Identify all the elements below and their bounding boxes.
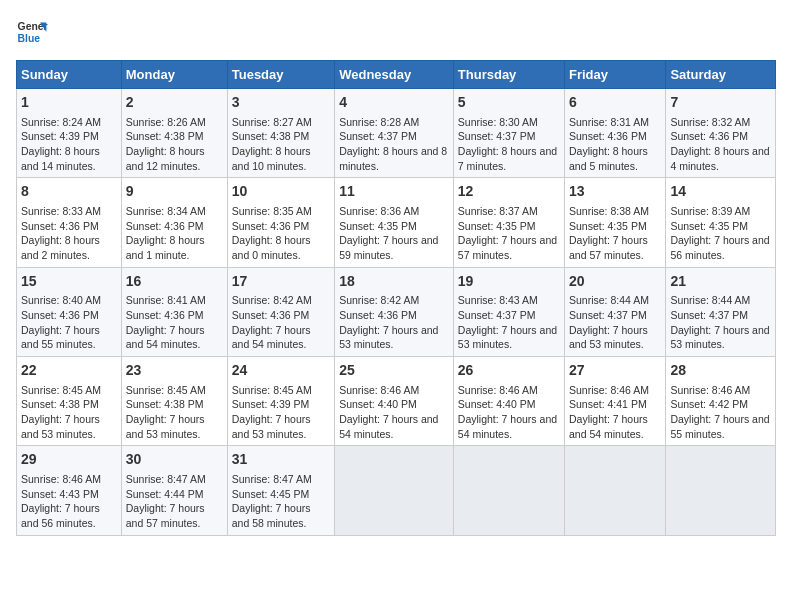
calendar-week-row: 22Sunrise: 8:45 AMSunset: 4:38 PMDayligh… — [17, 357, 776, 446]
calendar-cell: 27Sunrise: 8:46 AMSunset: 4:41 PMDayligh… — [565, 357, 666, 446]
cell-details: Sunrise: 8:40 AMSunset: 4:36 PMDaylight:… — [21, 293, 117, 352]
cell-details: Sunrise: 8:36 AMSunset: 4:35 PMDaylight:… — [339, 204, 449, 263]
calendar-cell — [565, 446, 666, 535]
day-number: 8 — [21, 182, 117, 202]
col-header-thursday: Thursday — [453, 61, 564, 89]
col-header-sunday: Sunday — [17, 61, 122, 89]
cell-details: Sunrise: 8:28 AMSunset: 4:37 PMDaylight:… — [339, 115, 449, 174]
day-number: 29 — [21, 450, 117, 470]
day-number: 30 — [126, 450, 223, 470]
calendar-cell: 25Sunrise: 8:46 AMSunset: 4:40 PMDayligh… — [335, 357, 454, 446]
day-number: 23 — [126, 361, 223, 381]
day-number: 14 — [670, 182, 771, 202]
cell-details: Sunrise: 8:39 AMSunset: 4:35 PMDaylight:… — [670, 204, 771, 263]
col-header-monday: Monday — [121, 61, 227, 89]
cell-details: Sunrise: 8:38 AMSunset: 4:35 PMDaylight:… — [569, 204, 661, 263]
calendar-cell: 31Sunrise: 8:47 AMSunset: 4:45 PMDayligh… — [227, 446, 334, 535]
calendar-cell — [453, 446, 564, 535]
cell-details: Sunrise: 8:24 AMSunset: 4:39 PMDaylight:… — [21, 115, 117, 174]
cell-details: Sunrise: 8:27 AMSunset: 4:38 PMDaylight:… — [232, 115, 330, 174]
day-number: 19 — [458, 272, 560, 292]
calendar-cell: 7Sunrise: 8:32 AMSunset: 4:36 PMDaylight… — [666, 89, 776, 178]
calendar-cell: 14Sunrise: 8:39 AMSunset: 4:35 PMDayligh… — [666, 178, 776, 267]
day-number: 2 — [126, 93, 223, 113]
calendar-cell — [666, 446, 776, 535]
cell-details: Sunrise: 8:45 AMSunset: 4:38 PMDaylight:… — [126, 383, 223, 442]
calendar-cell: 5Sunrise: 8:30 AMSunset: 4:37 PMDaylight… — [453, 89, 564, 178]
calendar-cell: 19Sunrise: 8:43 AMSunset: 4:37 PMDayligh… — [453, 267, 564, 356]
day-number: 9 — [126, 182, 223, 202]
day-number: 1 — [21, 93, 117, 113]
page-header: General Blue — [16, 16, 776, 48]
col-header-friday: Friday — [565, 61, 666, 89]
calendar-cell: 13Sunrise: 8:38 AMSunset: 4:35 PMDayligh… — [565, 178, 666, 267]
cell-details: Sunrise: 8:44 AMSunset: 4:37 PMDaylight:… — [670, 293, 771, 352]
cell-details: Sunrise: 8:41 AMSunset: 4:36 PMDaylight:… — [126, 293, 223, 352]
calendar-cell: 16Sunrise: 8:41 AMSunset: 4:36 PMDayligh… — [121, 267, 227, 356]
day-number: 4 — [339, 93, 449, 113]
cell-details: Sunrise: 8:34 AMSunset: 4:36 PMDaylight:… — [126, 204, 223, 263]
cell-details: Sunrise: 8:46 AMSunset: 4:40 PMDaylight:… — [339, 383, 449, 442]
calendar-cell: 24Sunrise: 8:45 AMSunset: 4:39 PMDayligh… — [227, 357, 334, 446]
calendar-cell: 2Sunrise: 8:26 AMSunset: 4:38 PMDaylight… — [121, 89, 227, 178]
cell-details: Sunrise: 8:47 AMSunset: 4:44 PMDaylight:… — [126, 472, 223, 531]
calendar-cell: 3Sunrise: 8:27 AMSunset: 4:38 PMDaylight… — [227, 89, 334, 178]
day-number: 15 — [21, 272, 117, 292]
day-number: 24 — [232, 361, 330, 381]
day-number: 16 — [126, 272, 223, 292]
calendar-week-row: 15Sunrise: 8:40 AMSunset: 4:36 PMDayligh… — [17, 267, 776, 356]
cell-details: Sunrise: 8:30 AMSunset: 4:37 PMDaylight:… — [458, 115, 560, 174]
svg-text:Blue: Blue — [18, 33, 41, 44]
day-number: 10 — [232, 182, 330, 202]
cell-details: Sunrise: 8:33 AMSunset: 4:36 PMDaylight:… — [21, 204, 117, 263]
calendar-cell: 26Sunrise: 8:46 AMSunset: 4:40 PMDayligh… — [453, 357, 564, 446]
calendar-cell: 4Sunrise: 8:28 AMSunset: 4:37 PMDaylight… — [335, 89, 454, 178]
day-number: 27 — [569, 361, 661, 381]
calendar-cell: 10Sunrise: 8:35 AMSunset: 4:36 PMDayligh… — [227, 178, 334, 267]
cell-details: Sunrise: 8:46 AMSunset: 4:42 PMDaylight:… — [670, 383, 771, 442]
calendar-cell: 15Sunrise: 8:40 AMSunset: 4:36 PMDayligh… — [17, 267, 122, 356]
calendar-cell: 29Sunrise: 8:46 AMSunset: 4:43 PMDayligh… — [17, 446, 122, 535]
cell-details: Sunrise: 8:37 AMSunset: 4:35 PMDaylight:… — [458, 204, 560, 263]
day-number: 6 — [569, 93, 661, 113]
cell-details: Sunrise: 8:42 AMSunset: 4:36 PMDaylight:… — [339, 293, 449, 352]
cell-details: Sunrise: 8:46 AMSunset: 4:41 PMDaylight:… — [569, 383, 661, 442]
day-number: 5 — [458, 93, 560, 113]
calendar-cell: 30Sunrise: 8:47 AMSunset: 4:44 PMDayligh… — [121, 446, 227, 535]
calendar-header-row: SundayMondayTuesdayWednesdayThursdayFrid… — [17, 61, 776, 89]
day-number: 13 — [569, 182, 661, 202]
calendar-cell: 11Sunrise: 8:36 AMSunset: 4:35 PMDayligh… — [335, 178, 454, 267]
day-number: 31 — [232, 450, 330, 470]
col-header-wednesday: Wednesday — [335, 61, 454, 89]
day-number: 11 — [339, 182, 449, 202]
cell-details: Sunrise: 8:46 AMSunset: 4:43 PMDaylight:… — [21, 472, 117, 531]
cell-details: Sunrise: 8:42 AMSunset: 4:36 PMDaylight:… — [232, 293, 330, 352]
day-number: 22 — [21, 361, 117, 381]
cell-details: Sunrise: 8:43 AMSunset: 4:37 PMDaylight:… — [458, 293, 560, 352]
day-number: 28 — [670, 361, 771, 381]
calendar-cell: 9Sunrise: 8:34 AMSunset: 4:36 PMDaylight… — [121, 178, 227, 267]
day-number: 20 — [569, 272, 661, 292]
calendar-cell: 6Sunrise: 8:31 AMSunset: 4:36 PMDaylight… — [565, 89, 666, 178]
day-number: 21 — [670, 272, 771, 292]
calendar-cell: 8Sunrise: 8:33 AMSunset: 4:36 PMDaylight… — [17, 178, 122, 267]
day-number: 26 — [458, 361, 560, 381]
calendar-cell: 23Sunrise: 8:45 AMSunset: 4:38 PMDayligh… — [121, 357, 227, 446]
day-number: 7 — [670, 93, 771, 113]
calendar-cell: 28Sunrise: 8:46 AMSunset: 4:42 PMDayligh… — [666, 357, 776, 446]
logo-icon: General Blue — [16, 16, 48, 48]
day-number: 25 — [339, 361, 449, 381]
calendar-cell: 18Sunrise: 8:42 AMSunset: 4:36 PMDayligh… — [335, 267, 454, 356]
calendar-cell: 12Sunrise: 8:37 AMSunset: 4:35 PMDayligh… — [453, 178, 564, 267]
calendar-cell: 17Sunrise: 8:42 AMSunset: 4:36 PMDayligh… — [227, 267, 334, 356]
calendar-cell: 22Sunrise: 8:45 AMSunset: 4:38 PMDayligh… — [17, 357, 122, 446]
calendar-week-row: 8Sunrise: 8:33 AMSunset: 4:36 PMDaylight… — [17, 178, 776, 267]
calendar-week-row: 29Sunrise: 8:46 AMSunset: 4:43 PMDayligh… — [17, 446, 776, 535]
calendar-cell: 21Sunrise: 8:44 AMSunset: 4:37 PMDayligh… — [666, 267, 776, 356]
cell-details: Sunrise: 8:35 AMSunset: 4:36 PMDaylight:… — [232, 204, 330, 263]
cell-details: Sunrise: 8:46 AMSunset: 4:40 PMDaylight:… — [458, 383, 560, 442]
cell-details: Sunrise: 8:26 AMSunset: 4:38 PMDaylight:… — [126, 115, 223, 174]
cell-details: Sunrise: 8:31 AMSunset: 4:36 PMDaylight:… — [569, 115, 661, 174]
calendar-week-row: 1Sunrise: 8:24 AMSunset: 4:39 PMDaylight… — [17, 89, 776, 178]
calendar-cell: 20Sunrise: 8:44 AMSunset: 4:37 PMDayligh… — [565, 267, 666, 356]
